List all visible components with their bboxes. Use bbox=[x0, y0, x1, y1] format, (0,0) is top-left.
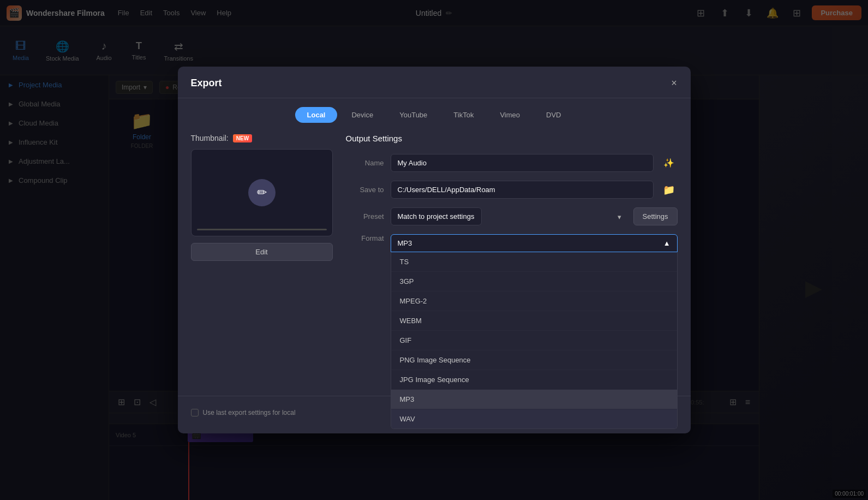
format-dropdown-container: MP3 ▲ TS 3GP MPEG-2 WEBM GIF PNG Image S… bbox=[391, 234, 678, 252]
name-label: Name bbox=[346, 159, 384, 167]
ai-button[interactable]: ✨ bbox=[660, 154, 678, 172]
thumbnail-text: Thumbnail: bbox=[191, 134, 229, 142]
export-tabs: Local Device YouTube TikTok Vimeo DVD bbox=[178, 98, 691, 123]
name-row: Name ✨ bbox=[346, 154, 678, 172]
settings-button[interactable]: Settings bbox=[633, 207, 678, 225]
tab-youtube[interactable]: YouTube bbox=[387, 107, 439, 123]
preset-select[interactable]: Match to project settings bbox=[391, 207, 482, 225]
preset-label: Preset bbox=[346, 212, 384, 221]
modal-close-button[interactable]: × bbox=[667, 75, 682, 91]
edit-thumbnail-button[interactable]: Edit bbox=[191, 243, 333, 261]
save-to-row: Save to 📁 bbox=[346, 181, 678, 199]
format-option-gif[interactable]: GIF bbox=[391, 331, 677, 350]
last-settings-label: Use last export settings for local bbox=[203, 409, 296, 416]
thumbnail-preview[interactable]: ✏ bbox=[191, 149, 333, 236]
tab-device[interactable]: Device bbox=[339, 107, 385, 123]
modal-overlay: Export × Local Device YouTube TikTok Vim… bbox=[0, 0, 868, 500]
format-option-mp3[interactable]: MP3 bbox=[391, 390, 677, 409]
name-input[interactable] bbox=[391, 154, 654, 172]
format-option-png-seq[interactable]: PNG Image Sequence bbox=[391, 350, 677, 370]
format-option-ts[interactable]: TS bbox=[391, 252, 677, 272]
preset-select-wrapper: Match to project settings bbox=[391, 207, 627, 225]
last-settings-checkbox[interactable] bbox=[191, 409, 199, 416]
modal-title: Export bbox=[191, 78, 222, 89]
format-selected[interactable]: MP3 ▲ bbox=[391, 234, 678, 252]
format-dropdown-list: TS 3GP MPEG-2 WEBM GIF PNG Image Sequenc… bbox=[391, 252, 678, 429]
modal-body: Thumbnail: NEW ✏ Edit Output Settings Na… bbox=[178, 123, 691, 396]
tab-vimeo[interactable]: Vimeo bbox=[488, 107, 532, 123]
thumbnail-scrubber[interactable] bbox=[197, 229, 327, 230]
format-label: Format bbox=[346, 234, 384, 242]
thumbnail-label: Thumbnail: NEW bbox=[191, 134, 333, 142]
format-chevron-icon: ▲ bbox=[663, 239, 671, 247]
format-selected-value: MP3 bbox=[398, 239, 412, 247]
format-option-3gp[interactable]: 3GP bbox=[391, 272, 677, 291]
save-to-label: Save to bbox=[346, 186, 384, 194]
tab-local[interactable]: Local bbox=[295, 107, 338, 123]
format-option-webm[interactable]: WEBM bbox=[391, 311, 677, 331]
output-section: Output Settings Name ✨ Save to 📁 Preset bbox=[346, 134, 678, 385]
thumbnail-edit-icon: ✏ bbox=[248, 179, 276, 206]
new-badge: NEW bbox=[233, 134, 252, 142]
last-settings-checkbox-label[interactable]: Use last export settings for local bbox=[191, 409, 296, 416]
format-option-wav[interactable]: WAV bbox=[391, 409, 677, 428]
format-row: Format MP3 ▲ TS 3GP MPEG-2 WEBM GIF PN bbox=[346, 234, 678, 252]
modal-header: Export × bbox=[178, 67, 691, 98]
format-option-mpeg2[interactable]: MPEG-2 bbox=[391, 291, 677, 311]
tab-tiktok[interactable]: TikTok bbox=[441, 107, 486, 123]
browse-folder-button[interactable]: 📁 bbox=[660, 181, 678, 199]
preset-row: Preset Match to project settings Setting… bbox=[346, 207, 678, 225]
tab-dvd[interactable]: DVD bbox=[534, 107, 573, 123]
export-modal: Export × Local Device YouTube TikTok Vim… bbox=[178, 67, 691, 433]
format-option-jpg-seq[interactable]: JPG Image Sequence bbox=[391, 370, 677, 390]
save-to-input[interactable] bbox=[391, 181, 654, 199]
footer-left: Use last export settings for local bbox=[191, 409, 296, 416]
thumbnail-section: Thumbnail: NEW ✏ Edit bbox=[191, 134, 333, 385]
output-title: Output Settings bbox=[346, 134, 678, 143]
